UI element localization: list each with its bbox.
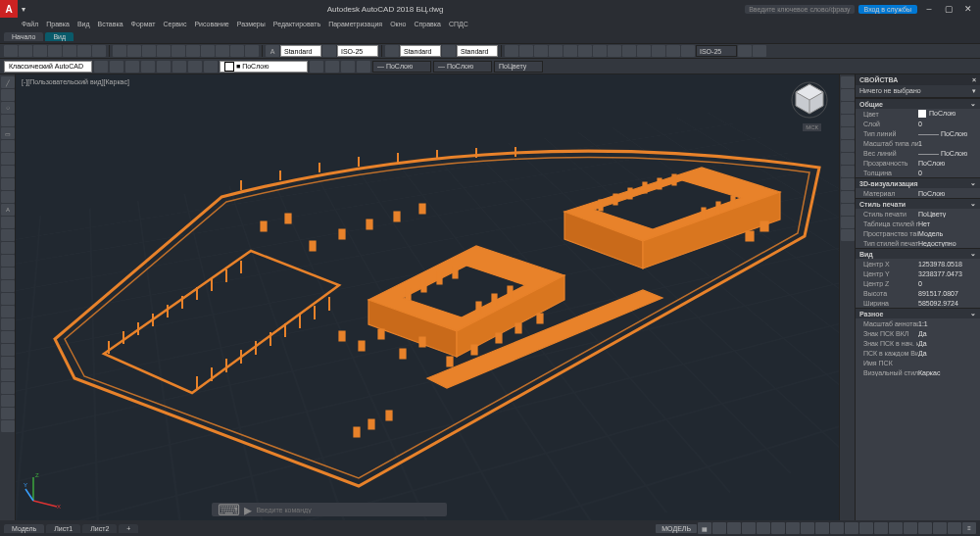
help-search[interactable]: Введите ключевое слово/фразу bbox=[745, 5, 854, 14]
minimize-icon[interactable]: – bbox=[921, 2, 937, 16]
prop-row[interactable]: ПрозрачностьПоСлою bbox=[856, 158, 980, 168]
nav-zoom-icon[interactable] bbox=[841, 102, 855, 114]
draw-point-icon[interactable] bbox=[1, 166, 15, 177]
lineweight-combo[interactable]: — ПоСлою bbox=[433, 61, 492, 73]
nav-showmotion-icon[interactable] bbox=[841, 140, 855, 152]
prop-row[interactable]: Знак ПСК ВКЛДа bbox=[856, 328, 980, 338]
prop-value[interactable]: Да bbox=[918, 350, 980, 357]
tool-icon[interactable] bbox=[113, 45, 126, 57]
draw-ellipse-icon[interactable] bbox=[1, 140, 15, 152]
prop-value[interactable]: ПоСлою bbox=[918, 190, 980, 197]
tool-icon[interactable] bbox=[310, 61, 323, 73]
menu-parametric[interactable]: Параметризация bbox=[328, 21, 382, 27]
menu-modify[interactable]: Редактировать bbox=[273, 21, 320, 27]
tool-icon[interactable] bbox=[157, 45, 171, 57]
status-isolate-icon[interactable] bbox=[933, 522, 947, 534]
status-tool-icon[interactable] bbox=[904, 522, 917, 534]
menu-view[interactable]: Вид bbox=[77, 21, 90, 27]
prop-value[interactable]: Каркас bbox=[918, 369, 980, 376]
prop-row[interactable]: Знак ПСК в нач. коо...Да bbox=[856, 338, 980, 348]
mleader-style-icon[interactable] bbox=[442, 45, 456, 57]
tool-icon[interactable] bbox=[94, 61, 108, 73]
menu-draw[interactable]: Рисование bbox=[194, 21, 228, 27]
prop-row[interactable]: Слой0 bbox=[856, 119, 980, 128]
status-transparency-icon[interactable] bbox=[815, 522, 829, 534]
status-osnap-icon[interactable] bbox=[757, 522, 770, 534]
tool-icon[interactable] bbox=[666, 45, 680, 57]
text-style-icon[interactable]: A bbox=[266, 45, 279, 57]
status-tool-icon[interactable] bbox=[918, 522, 932, 534]
status-polar-icon[interactable] bbox=[742, 522, 756, 534]
prop-value[interactable]: Недоступно bbox=[918, 240, 980, 247]
menu-file[interactable]: Файл bbox=[22, 21, 38, 27]
status-tool-icon[interactable] bbox=[889, 522, 903, 534]
prop-group-header[interactable]: Разное⌄ bbox=[856, 308, 980, 318]
tool-icon[interactable] bbox=[1, 420, 15, 432]
prop-value[interactable]: ——— ПоСлою bbox=[918, 130, 980, 137]
chevron-down-icon[interactable]: ⌄ bbox=[970, 310, 976, 317]
tool-icon[interactable] bbox=[637, 45, 651, 57]
prop-row[interactable]: Масштаб типа линий1 bbox=[856, 138, 980, 148]
prop-row[interactable]: Визуальный стильКаркас bbox=[856, 367, 980, 377]
prop-value[interactable]: ПоСлою bbox=[918, 110, 980, 118]
prop-row[interactable]: ПСК в каждом Видо...Да bbox=[856, 348, 980, 358]
prop-group-header[interactable]: 3D-визуализация⌄ bbox=[856, 177, 980, 188]
prop-value[interactable]: 3238377.0473 bbox=[918, 270, 980, 277]
dim-style-2-combo[interactable]: ISO-25 bbox=[696, 45, 737, 57]
tool-icon[interactable] bbox=[1, 382, 15, 394]
prop-value[interactable]: 1253978.0518 bbox=[918, 261, 980, 268]
menu-spds[interactable]: СПДС bbox=[449, 21, 468, 27]
bigtab-view[interactable]: Вид bbox=[45, 32, 74, 41]
prop-row[interactable]: Масштаб аннотаций1:1 bbox=[856, 318, 980, 328]
layout-tab-add[interactable]: + bbox=[119, 524, 138, 533]
hatch-icon[interactable] bbox=[1, 178, 15, 190]
tool-icon[interactable] bbox=[33, 45, 47, 57]
prop-row[interactable]: Имя ПСК bbox=[856, 358, 980, 367]
prop-value[interactable]: 0 bbox=[918, 121, 980, 127]
text-icon[interactable]: A bbox=[1, 204, 15, 216]
tool-icon[interactable] bbox=[534, 45, 548, 57]
block-icon[interactable] bbox=[1, 217, 15, 228]
tool-icon[interactable] bbox=[63, 45, 76, 57]
tool-icon[interactable] bbox=[738, 45, 752, 57]
tool-icon[interactable] bbox=[325, 61, 339, 73]
prop-value[interactable]: 0 bbox=[918, 170, 980, 176]
menu-window[interactable]: Окно bbox=[390, 21, 406, 27]
prop-value[interactable]: ПоЦвету bbox=[918, 211, 980, 218]
space-toggle[interactable]: МОДЕЛЬ bbox=[656, 524, 697, 533]
tool-icon[interactable] bbox=[172, 61, 186, 73]
chevron-down-icon[interactable]: ⌄ bbox=[970, 100, 976, 108]
chevron-down-icon[interactable]: ▾ bbox=[972, 87, 976, 95]
tool-icon[interactable] bbox=[357, 61, 370, 73]
prop-value[interactable]: ——— ПоСлою bbox=[918, 150, 980, 157]
tool-icon[interactable] bbox=[77, 45, 91, 57]
prop-row[interactable]: Высота891517.0807 bbox=[856, 288, 980, 298]
prop-row[interactable]: ЦветПоСлою bbox=[856, 109, 980, 119]
tool-icon[interactable] bbox=[186, 45, 200, 57]
draw-rect-icon[interactable]: ▭ bbox=[1, 127, 15, 139]
viewport[interactable]: [-][Пользовательский вид][Каркас] МСК Z … bbox=[16, 74, 839, 520]
tool-icon[interactable] bbox=[92, 45, 106, 57]
prop-row[interactable]: Тип стилей печатиНедоступно bbox=[856, 238, 980, 248]
nav-full-icon[interactable] bbox=[841, 76, 855, 88]
menu-insert[interactable]: Вставка bbox=[98, 21, 123, 27]
tool-icon[interactable] bbox=[652, 45, 665, 57]
layout-tab-sheet1[interactable]: Лист1 bbox=[46, 524, 80, 533]
region-icon[interactable] bbox=[1, 191, 15, 203]
maximize-icon[interactable]: ▢ bbox=[941, 2, 956, 16]
tool-icon[interactable] bbox=[216, 45, 229, 57]
nav-tool-icon[interactable] bbox=[841, 178, 855, 190]
tool-icon[interactable] bbox=[1, 344, 15, 356]
prop-row[interactable]: Ширина585092.9724 bbox=[856, 298, 980, 308]
tool-icon[interactable] bbox=[1, 395, 15, 407]
draw-spline-icon[interactable] bbox=[1, 153, 15, 165]
prop-row[interactable]: Центр Y3238377.0473 bbox=[856, 268, 980, 278]
tool-icon[interactable] bbox=[1, 255, 15, 267]
menu-edit[interactable]: Правка bbox=[46, 21, 70, 27]
status-otrack-icon[interactable] bbox=[786, 522, 800, 534]
layout-tab-sheet2[interactable]: Лист2 bbox=[82, 524, 117, 533]
tool-icon[interactable] bbox=[578, 45, 592, 57]
tool-icon[interactable] bbox=[48, 45, 62, 57]
status-units-icon[interactable] bbox=[859, 522, 873, 534]
draw-polyline-icon[interactable] bbox=[1, 89, 15, 101]
